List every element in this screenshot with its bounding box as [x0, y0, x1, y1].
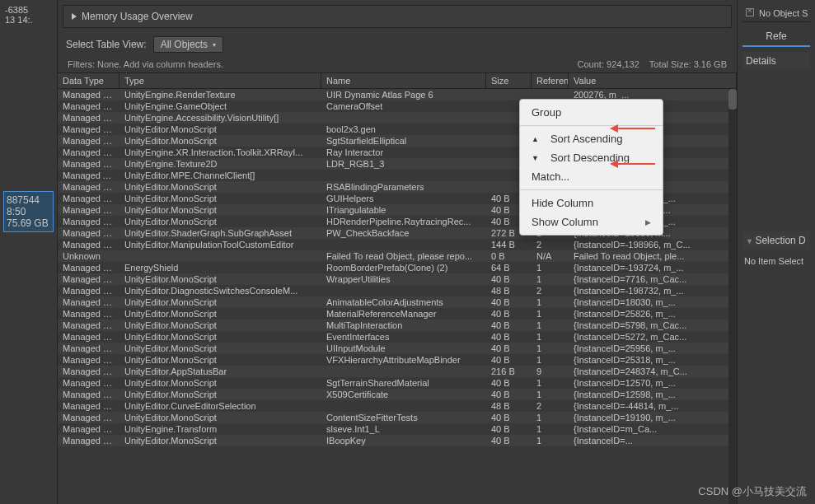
cell-type: UnityEngine.GameObject	[119, 100, 321, 112]
cell-datatype: Managed C...	[58, 204, 119, 216]
cell-size: 0 B	[486, 250, 532, 262]
cell-size: 40 B	[486, 377, 532, 389]
table-row[interactable]: Managed C...UnityEditor.MonoScriptAnimat…	[58, 296, 737, 308]
table-view-dropdown[interactable]: All Objects	[153, 36, 223, 53]
menu-show-column[interactable]: Show Column▶	[520, 212, 663, 231]
cell-ref: 1	[532, 354, 569, 366]
cell-name: GUIHelpers	[321, 193, 486, 204]
table-row[interactable]: UnknownFailed To read Object, please rep…	[58, 250, 737, 262]
cell-value: {InstanceID=248374, m_C...	[569, 366, 737, 377]
menu-group[interactable]: Group	[520, 103, 663, 122]
menu-sort-ascending[interactable]: Sort Ascending	[520, 129, 663, 148]
cell-type: UnityEditor.MonoScript	[119, 181, 321, 193]
chevron-right-icon: ▶	[645, 218, 651, 226]
filters-label: Filters:	[68, 59, 95, 69]
cell-ref: 1	[532, 296, 569, 308]
table-row[interactable]: Managed C...UnityEditor.MonoScriptUIInpu…	[58, 343, 737, 354]
menu-hide-column[interactable]: Hide Column	[520, 194, 663, 212]
snapshot-item[interactable]: -6385 13 14:.	[3, 3, 54, 26]
cell-name: UIR Dynamic Atlas Page 6	[321, 89, 486, 100]
cell-type: UnityEditor.CurveEditorSelection	[119, 400, 321, 412]
cell-value: {InstanceID=-198966, m_C...	[569, 239, 737, 250]
cell-datatype: Managed C...	[58, 377, 119, 389]
cell-size: 40 B	[486, 320, 532, 331]
cell-datatype: Managed C...	[58, 354, 119, 366]
table-row[interactable]: Managed C...UnityEditor.ManipulationTool…	[58, 239, 737, 250]
menu-sort-descending[interactable]: Sort Descending	[520, 148, 663, 167]
table-row[interactable]: Managed C...UnityEditor.MonoScriptConten…	[58, 412, 737, 423]
cell-ref: 1	[532, 343, 569, 354]
cell-type	[119, 250, 321, 262]
cell-type: UnityEditor.MonoScript	[119, 308, 321, 320]
table-view-label: Select Table View:	[66, 39, 147, 50]
cell-datatype: Managed C...	[58, 135, 119, 147]
cell-datatype: Managed A...	[58, 170, 119, 181]
table-row[interactable]: Managed C...UnityEngine.Transformslseve.…	[58, 423, 737, 435]
cell-ref: N/A	[532, 250, 569, 262]
cell-name: Failed To read Object, please repo...	[321, 250, 486, 262]
scrollbar-thumb[interactable]	[728, 89, 737, 110]
cell-value: {InstanceID=25956, m_...	[569, 343, 737, 354]
cell-type: UnityEditor.MonoScript	[119, 389, 321, 400]
cell-type: UnityEditor.AppStatusBar	[119, 366, 321, 377]
table-row[interactable]: Managed C...UnityEditor.CurveEditorSelec…	[58, 400, 737, 412]
cell-ref: 1	[532, 308, 569, 320]
cell-value: {InstanceID=-198732, m_...	[569, 285, 737, 296]
cell-type: UnityEditor.MonoScript	[119, 331, 321, 343]
header-name[interactable]: Name	[321, 73, 486, 88]
cell-datatype: Managed C...	[58, 158, 119, 170]
table-row[interactable]: Managed C...UnityEditor.MonoScriptVFXHie…	[58, 354, 737, 366]
table-row[interactable]: Managed C...UnityEditor.MonoScriptSgtTer…	[58, 377, 737, 389]
cell-datatype: Managed C...	[58, 147, 119, 158]
header-type[interactable]: Type	[119, 73, 321, 88]
cell-name: RSABlindingParameters	[321, 181, 486, 193]
cell-type: UnityEditor.MonoScript	[119, 296, 321, 308]
cell-value: {InstanceID=-193724, m_...	[569, 262, 737, 273]
table-row[interactable]: Managed C...EnergyShieldRoomBorderPrefab…	[58, 262, 737, 273]
cell-type: UnityEditor.MonoScript	[119, 377, 321, 389]
table-row[interactable]: Managed C...UnityEditor.MonoScriptIBoopK…	[58, 435, 737, 446]
header-references[interactable]: Referen	[532, 73, 569, 88]
cell-datatype: Managed C...	[58, 181, 119, 193]
size-label: Total Size:	[649, 59, 691, 69]
table-row[interactable]: Managed C...UnityEditor.AppStatusBar216 …	[58, 366, 737, 377]
details-section[interactable]: Details	[742, 52, 810, 70]
cell-name: RoomBorderPrefab(Clone) (2)	[321, 262, 486, 273]
cell-size: 40 B	[486, 423, 532, 435]
cell-name	[321, 170, 486, 181]
table-row[interactable]: Managed C...UnityEditor.MonoScriptMateri…	[58, 308, 737, 320]
cell-name: LDR_RGB1_3	[321, 158, 486, 170]
selection-section[interactable]: ▼ Selection D	[742, 231, 810, 250]
cell-ref: 2	[532, 400, 569, 412]
cell-type: UnityEditor.MonoScript	[119, 320, 321, 331]
cell-name: VFXHierarchyAttributeMapBinder	[321, 354, 486, 366]
cell-type: UnityEditor.MonoScript	[119, 204, 321, 216]
table-row[interactable]: Managed C...UnityEditor.MonoScriptX509Ce…	[58, 389, 737, 400]
cell-size: 40 B	[486, 273, 532, 285]
header-datatype[interactable]: Data Type	[58, 73, 119, 88]
menu-match[interactable]: Match...	[520, 167, 663, 186]
cell-type: UnityEditor.ShaderGraph.SubGraphAsset	[119, 227, 321, 239]
section-header[interactable]: Memory Usage Overview	[63, 5, 732, 28]
table-row[interactable]: Managed C...UnityEditor.DiagnosticSwitch…	[58, 285, 737, 296]
cell-datatype: Managed C...	[58, 193, 119, 204]
snapshot-item-selected[interactable]: 887544 8:50 75.69 GB	[3, 191, 54, 232]
cell-name: MultiTapInteraction	[321, 320, 486, 331]
cell-type: UnityEngine.Transform	[119, 423, 321, 435]
table-row[interactable]: Managed C...UnityEditor.MonoScriptWrappe…	[58, 273, 737, 285]
table-row[interactable]: Managed C...UnityEditor.MonoScriptMultiT…	[58, 320, 737, 331]
table-row[interactable]: Managed C...UnityEditor.MonoScriptEventI…	[58, 331, 737, 343]
menu-separator	[520, 189, 663, 190]
cell-datatype: Managed C...	[58, 389, 119, 400]
cell-name: SgtStarfieldElliptical	[321, 135, 486, 147]
cell-name: HDRenderPipeline.RaytracingRec...	[321, 216, 486, 227]
references-tab[interactable]: Refe	[742, 27, 810, 47]
cell-type: UnityEditor.DiagnosticSwitchesConsoleM..…	[119, 285, 321, 296]
header-value[interactable]: Value	[569, 73, 737, 88]
no-object-header: No Object S	[742, 5, 810, 22]
cell-type: UnityEngine.RenderTexture	[119, 89, 321, 100]
cell-name: AnimatableColorAdjustments	[321, 296, 486, 308]
cell-name: X509Certificate	[321, 389, 486, 400]
header-size[interactable]: Size	[486, 73, 532, 88]
cell-size: 40 B	[486, 331, 532, 343]
